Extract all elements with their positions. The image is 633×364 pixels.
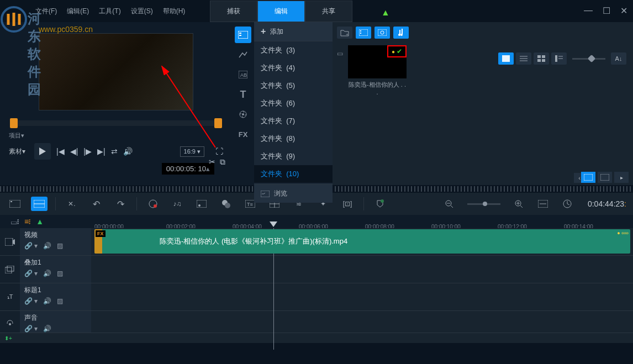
filter-video-button[interactable] <box>356 27 371 39</box>
sort-button[interactable]: A↓ <box>611 52 626 65</box>
link-icon[interactable]: 🔗 ▾ <box>24 242 38 250</box>
track-visibility-icon[interactable]: ▨ <box>57 297 63 305</box>
filter-photo-button[interactable] <box>374 27 390 39</box>
expand-button[interactable]: ▸ <box>614 172 629 183</box>
lib-tab-title[interactable]: AB <box>235 66 251 83</box>
lib-tab-overlay[interactable] <box>235 106 251 123</box>
crop-button[interactable]: [⊡] <box>339 197 356 211</box>
folder-item-5[interactable]: 文件夹 (5) <box>254 77 333 94</box>
scissors-icon[interactable]: ✂ <box>209 157 215 167</box>
video-track-icon[interactable] <box>0 228 20 255</box>
view-list-button[interactable] <box>516 52 531 65</box>
thumbnail-size-slider[interactable] <box>572 58 605 60</box>
play-button[interactable] <box>34 143 51 160</box>
track-list-button[interactable]: ▭፧ <box>11 217 19 226</box>
tab-share[interactable]: 共享 <box>305 1 352 22</box>
auto-music-button[interactable] <box>193 197 210 211</box>
project-timecode[interactable]: 0:04:44:23: <box>588 199 626 208</box>
upload-icon[interactable]: ▲ <box>381 8 390 18</box>
menu-help[interactable]: 帮助(H) <box>163 7 186 16</box>
scroll-up-button[interactable]: ▲ <box>36 217 44 226</box>
menu-file[interactable]: 文件(F) <box>35 7 57 16</box>
minimize-button[interactable]: ― <box>584 6 593 16</box>
go-end-icon[interactable]: ▶| <box>97 147 106 156</box>
fullscreen-icon[interactable]: ⛶ <box>215 147 223 156</box>
trim-bar[interactable] <box>11 120 221 126</box>
folder-item-4[interactable]: 文件夹 (4) <box>254 59 333 77</box>
tools-button[interactable]: ✕. <box>64 197 80 211</box>
add-folder-button[interactable]: + 添加 <box>254 22 333 41</box>
folder-item-8[interactable]: 文件夹 (8) <box>254 130 333 147</box>
undo-button[interactable]: ↶ <box>88 197 104 211</box>
maximize-button[interactable]: ☐ <box>603 6 610 16</box>
preview-timecode[interactable]: 00:00:05: 10▴ <box>162 163 214 175</box>
preview-viewport[interactable] <box>39 33 193 110</box>
track-volume-icon[interactable]: 🔊 <box>43 242 51 250</box>
tab-capture[interactable]: 捕获 <box>210 1 257 22</box>
track-volume-icon[interactable]: 🔊 <box>43 270 51 277</box>
track-volume-icon[interactable]: 🔊 <box>43 325 51 333</box>
folder-item-10[interactable]: 文件夹 (10) <box>254 165 333 183</box>
track-visibility-icon[interactable]: ▨ <box>57 242 63 250</box>
loop-icon[interactable]: ⇄ <box>111 147 118 156</box>
overlay-track-content[interactable] <box>91 256 633 283</box>
media-item[interactable]: ▭ ●✔ 陈奕迅-相信你的人 . . . <box>348 45 407 96</box>
title-track-content[interactable] <box>91 283 633 310</box>
redo-button[interactable]: ↷ <box>112 197 129 211</box>
overlay-track-icon[interactable] <box>0 256 20 283</box>
split-clip-icon[interactable]: ⧉ <box>220 157 225 167</box>
trim-start-handle[interactable] <box>10 118 18 128</box>
track-height-button[interactable]: ≡፧ <box>24 217 30 226</box>
info-button[interactable] <box>598 172 612 183</box>
lib-tab-fx[interactable]: FX <box>235 126 251 143</box>
zoom-in-button[interactable] <box>510 197 527 211</box>
folder-item-9[interactable]: 文件夹 (9) <box>254 147 333 165</box>
view-thumbnails-button[interactable] <box>498 52 514 65</box>
zoom-out-button[interactable] <box>441 197 457 211</box>
close-button[interactable]: ✕ <box>620 6 627 16</box>
playhead[interactable] <box>270 221 277 227</box>
filter-audio-button[interactable] <box>393 27 409 39</box>
tab-edit[interactable]: 编辑 <box>257 1 305 22</box>
fit-button[interactable] <box>535 197 551 211</box>
project-label[interactable]: 项目▾ <box>9 131 24 140</box>
prev-frame-icon[interactable]: ◀| <box>70 147 78 156</box>
audio-track-content[interactable] <box>91 311 633 333</box>
trim-end-handle[interactable] <box>214 118 222 128</box>
folder-item-3[interactable]: 文件夹 (3) <box>254 41 333 59</box>
motion-tracking-button[interactable] <box>218 197 234 211</box>
video-track-content[interactable]: FX ● ∞∞ 陈奕迅-相信你的人 (电影《银河补习班》推广曲)(标清).mp4 <box>91 228 633 255</box>
material-label[interactable]: 素材▾ <box>9 147 25 156</box>
menu-settings[interactable]: 设置(S) <box>131 7 153 16</box>
add-track-button[interactable]: ⬍+ <box>4 335 12 341</box>
lib-tab-media[interactable] <box>235 27 251 43</box>
video-clip[interactable]: FX ● ∞∞ 陈奕迅-相信你的人 (电影《银河补习班》推广曲)(标清).mp4 <box>94 229 630 254</box>
browse-button[interactable]: 浏览 <box>254 184 333 203</box>
storyboard-view-button[interactable] <box>7 197 23 211</box>
view-grid-button[interactable] <box>534 52 549 65</box>
lib-tab-text[interactable]: T <box>235 86 251 103</box>
menu-edit[interactable]: 编辑(E) <box>67 7 89 16</box>
project-duration-icon[interactable] <box>559 197 576 211</box>
track-visibility-icon[interactable]: ▨ <box>57 270 63 277</box>
volume-icon[interactable]: 🔊 <box>123 147 133 156</box>
lib-tab-transition[interactable] <box>235 46 251 63</box>
aspect-ratio-selector[interactable]: 16:9 ▾ <box>180 146 204 157</box>
record-button[interactable] <box>145 197 161 211</box>
folder-item-7[interactable]: 文件夹 (7) <box>254 112 333 130</box>
zoom-slider[interactable] <box>467 203 500 205</box>
next-frame-icon[interactable]: |▶ <box>83 147 92 156</box>
audio-mixer-button[interactable]: ♪♫ <box>169 197 186 211</box>
view-details-button[interactable] <box>551 52 567 65</box>
track-volume-icon[interactable]: 🔊 <box>43 297 51 305</box>
audio-track-icon[interactable] <box>0 311 20 333</box>
marker-button[interactable] <box>372 197 388 211</box>
menu-tools[interactable]: 工具(T) <box>99 7 120 16</box>
title-track-icon[interactable]: ₁T <box>0 283 20 310</box>
folder-item-6[interactable]: 文件夹 (6) <box>254 94 333 112</box>
link-icon[interactable]: 🔗 ▾ <box>24 325 38 333</box>
go-start-icon[interactable]: |◀ <box>56 147 65 156</box>
link-icon[interactable]: 🔗 ▾ <box>24 297 38 305</box>
timeline-view-button[interactable] <box>31 197 48 211</box>
link-icon[interactable]: 🔗 ▾ <box>24 270 38 277</box>
